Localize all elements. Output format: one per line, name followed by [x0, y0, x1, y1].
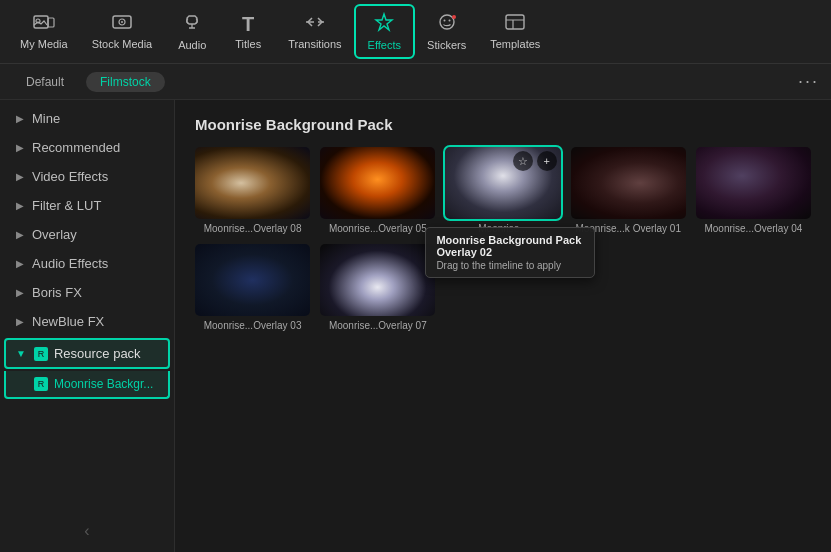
sidebar-filter-lut-label: Filter & LUT — [32, 198, 101, 213]
nav-stock-media[interactable]: Stock Media — [80, 7, 165, 56]
svg-marker-6 — [376, 14, 392, 30]
nav-audio[interactable]: Audio — [164, 6, 220, 57]
svg-rect-11 — [506, 15, 524, 29]
card-thumb-overlay05 — [320, 147, 435, 219]
sidebar-item-video-effects[interactable]: ▶ Video Effects — [0, 162, 174, 191]
card-overlay02[interactable]: ☆ + Moonrise... Moonrise Background Pack… — [445, 147, 560, 234]
effects-icon — [373, 12, 395, 35]
add-btn[interactable]: + — [537, 151, 557, 171]
nav-my-media-label: My Media — [20, 38, 68, 50]
svg-point-7 — [440, 15, 454, 29]
filter-filmstock[interactable]: Filmstock — [86, 72, 165, 92]
sidebar-item-newblue-fx[interactable]: ▶ NewBlue FX — [0, 307, 174, 336]
chevron-newblue-fx-icon: ▶ — [16, 316, 24, 327]
top-nav: My Media Stock Media Audio T Titles — [0, 0, 831, 64]
sidebar-item-audio-effects[interactable]: ▶ Audio Effects — [0, 249, 174, 278]
sidebar-mine-label: Mine — [32, 111, 60, 126]
tooltip-title: Moonrise Background Pack Overlay 02 — [436, 234, 584, 258]
sidebar-recommended-label: Recommended — [32, 140, 120, 155]
transitions-icon — [304, 13, 326, 34]
sidebar-moonrise-label: Moonrise Backgr... — [54, 377, 153, 391]
card-overlay03[interactable]: Moonrise...Overlay 03 — [195, 244, 310, 331]
content-title: Moonrise Background Pack — [195, 116, 811, 133]
sidebar-collapse-btn[interactable]: ‹ — [84, 522, 89, 540]
sidebar: ▶ Mine ▶ Recommended ▶ Video Effects ▶ F… — [0, 100, 175, 552]
more-options-icon[interactable]: ··· — [798, 71, 819, 92]
filter-default[interactable]: Default — [12, 72, 78, 92]
svg-point-8 — [443, 20, 445, 22]
audio-icon — [182, 12, 202, 35]
chevron-mine-icon: ▶ — [16, 113, 24, 124]
card-overlay-buttons: ☆ + — [513, 151, 557, 171]
templates-icon — [504, 13, 526, 34]
collapse-icon: ‹ — [84, 522, 89, 539]
nav-stickers[interactable]: Stickers — [415, 6, 478, 57]
card-label-overlay07: Moonrise...Overlay 07 — [320, 320, 435, 331]
card-label-overlay02: Moonrise... — [445, 223, 560, 234]
sidebar-audio-effects-label: Audio Effects — [32, 256, 108, 271]
nav-audio-label: Audio — [178, 39, 206, 51]
my-media-icon — [33, 13, 55, 34]
card-thumb-overlay08 — [195, 147, 310, 219]
nav-transitions[interactable]: Transitions — [276, 7, 353, 56]
nav-transitions-label: Transitions — [288, 38, 341, 50]
chevron-boris-fx-icon: ▶ — [16, 287, 24, 298]
resource-pack-icon: R — [34, 347, 48, 361]
nav-titles[interactable]: T Titles — [220, 8, 276, 56]
svg-point-5 — [121, 21, 123, 23]
card-overlayk01[interactable]: Moonrise...k Overlay 01 — [571, 147, 686, 234]
card-thumb-overlay04 — [696, 147, 811, 219]
sidebar-item-resource-pack[interactable]: ▼ R Resource pack — [4, 338, 170, 369]
filter-bar: Default Filmstock ··· — [0, 64, 831, 100]
sidebar-item-mine[interactable]: ▶ Mine — [0, 104, 174, 133]
card-overlay07[interactable]: Moonrise...Overlay 07 — [320, 244, 435, 331]
nav-templates[interactable]: Templates — [478, 7, 552, 56]
chevron-resource-pack-icon: ▼ — [16, 348, 26, 359]
sidebar-item-overlay[interactable]: ▶ Overlay — [0, 220, 174, 249]
nav-stock-media-label: Stock Media — [92, 38, 153, 50]
card-label-overlay05: Moonrise...Overlay 05 — [320, 223, 435, 234]
card-label-overlay08: Moonrise...Overlay 08 — [195, 223, 310, 234]
sidebar-newblue-fx-label: NewBlue FX — [32, 314, 104, 329]
card-thumb-overlay03 — [195, 244, 310, 316]
tooltip-subtitle: Drag to the timeline to apply — [436, 260, 584, 271]
card-overlay08[interactable]: Moonrise...Overlay 08 — [195, 147, 310, 234]
chevron-overlay-icon: ▶ — [16, 229, 24, 240]
moonrise-sub-icon: R — [34, 377, 48, 391]
titles-icon: T — [242, 14, 254, 34]
sidebar-boris-fx-label: Boris FX — [32, 285, 82, 300]
svg-point-9 — [448, 20, 450, 22]
card-thumb-overlay07 — [320, 244, 435, 316]
svg-point-10 — [452, 15, 456, 19]
sidebar-item-filter-lut[interactable]: ▶ Filter & LUT — [0, 191, 174, 220]
chevron-audio-effects-icon: ▶ — [16, 258, 24, 269]
sidebar-overlay-label: Overlay — [32, 227, 77, 242]
card-label-overlay04: Moonrise...Overlay 04 — [696, 223, 811, 234]
card-label-overlayk01: Moonrise...k Overlay 01 — [571, 223, 686, 234]
card-thumb-overlay02: ☆ + — [445, 147, 560, 219]
svg-rect-1 — [48, 18, 54, 27]
favorite-btn[interactable]: ☆ — [513, 151, 533, 171]
sidebar-item-boris-fx[interactable]: ▶ Boris FX — [0, 278, 174, 307]
chevron-recommended-icon: ▶ — [16, 142, 24, 153]
sidebar-item-recommended[interactable]: ▶ Recommended — [0, 133, 174, 162]
stock-media-icon — [111, 13, 133, 34]
main-layout: ▶ Mine ▶ Recommended ▶ Video Effects ▶ F… — [0, 100, 831, 552]
card-thumb-overlayk01 — [571, 147, 686, 219]
card-tooltip: Moonrise Background Pack Overlay 02 Drag… — [425, 227, 595, 278]
stickers-icon — [436, 12, 458, 35]
nav-effects-label: Effects — [368, 39, 401, 51]
nav-templates-label: Templates — [490, 38, 540, 50]
content-area: Moonrise Background Pack Moonrise...Over… — [175, 100, 831, 552]
chevron-video-effects-icon: ▶ — [16, 171, 24, 182]
card-label-overlay03: Moonrise...Overlay 03 — [195, 320, 310, 331]
nav-my-media[interactable]: My Media — [8, 7, 80, 56]
card-overlay04[interactable]: Moonrise...Overlay 04 — [696, 147, 811, 234]
nav-stickers-label: Stickers — [427, 39, 466, 51]
nav-titles-label: Titles — [235, 38, 261, 50]
sidebar-video-effects-label: Video Effects — [32, 169, 108, 184]
sidebar-sub-moonrise[interactable]: R Moonrise Backgr... — [4, 371, 170, 399]
nav-effects[interactable]: Effects — [354, 4, 415, 59]
sidebar-resource-pack-label: Resource pack — [54, 346, 141, 361]
card-overlay05[interactable]: Moonrise...Overlay 05 — [320, 147, 435, 234]
